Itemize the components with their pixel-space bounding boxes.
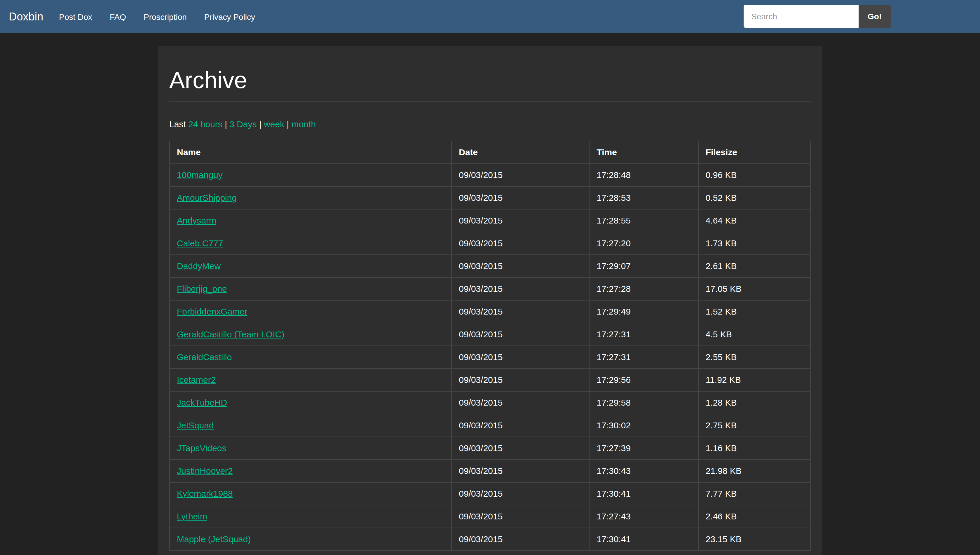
nav-item-post-dox[interactable]: Post Dox	[50, 0, 101, 33]
cell-name: JTapsVideos	[170, 437, 451, 460]
search-form: Go!	[744, 5, 891, 28]
nav-item-faq[interactable]: FAQ	[101, 0, 135, 33]
cell-time: 17:30:41	[589, 528, 698, 551]
filter-link-24-hours[interactable]: 24 hours	[188, 119, 222, 129]
col-header-time: Time	[589, 141, 698, 164]
paste-link[interactable]: Icetamer2	[177, 375, 216, 385]
table-row: 100manguy09/03/201517:28:480.96 KB	[170, 164, 810, 186]
paste-link[interactable]: JustinHoover2	[177, 466, 233, 476]
paste-link[interactable]: Fliberjig_one	[177, 284, 227, 294]
cell-filesize: 0.96 KB	[698, 164, 810, 186]
cell-name: Mapple (JetSquad)	[170, 528, 451, 551]
filter-separator: |	[225, 119, 227, 129]
cell-date: 09/03/2015	[451, 278, 589, 300]
cell-time: 17:30:43	[589, 460, 698, 482]
cell-date: 09/03/2015	[451, 186, 589, 209]
cell-filesize: 1.73 KB	[698, 232, 810, 255]
paste-link[interactable]: DaddyMew	[177, 261, 221, 271]
cell-time: 17:28:53	[589, 186, 698, 209]
cell-filesize: 7.77 KB	[698, 482, 810, 505]
cell-time: 17:29:56	[589, 369, 698, 391]
paste-link[interactable]: Andysarm	[177, 215, 216, 225]
cell-date: 09/03/2015	[451, 232, 589, 255]
table-header-row: Name Date Time Filesize	[170, 141, 810, 164]
paste-link[interactable]: JackTubeHD	[177, 398, 227, 407]
paste-link[interactable]: JetSquad	[177, 420, 214, 430]
filter-prefix: Last	[169, 119, 186, 129]
cell-name: JetSquad	[170, 414, 451, 437]
cell-filesize: 11.92 KB	[698, 369, 810, 391]
filter-separator: |	[287, 119, 289, 129]
cell-date: 09/03/2015	[451, 369, 589, 391]
table-row: AmourShipping09/03/201517:28:530.52 KB	[170, 186, 810, 209]
filter-link-3-days[interactable]: 3 Days	[229, 119, 257, 129]
cell-date: 09/03/2015	[451, 164, 589, 186]
col-header-name: Name	[170, 141, 451, 164]
cell-date: 09/03/2015	[451, 528, 589, 551]
cell-time: 17:29:58	[589, 391, 698, 414]
paste-link[interactable]: Caleb.C777	[177, 238, 223, 248]
paste-link[interactable]: AmourShipping	[177, 192, 237, 202]
paste-link[interactable]: GeraldCastillo (Team LOIC)	[177, 329, 284, 339]
cell-date: 09/03/2015	[451, 391, 589, 414]
paste-link[interactable]: GeraldCastillo	[177, 352, 232, 362]
table-row: GeraldCastillo (Team LOIC)09/03/201517:2…	[170, 323, 810, 346]
page: Doxbin Post Dox FAQ Proscription Privacy…	[0, 0, 980, 555]
cell-name: Lytheim	[170, 505, 451, 528]
search-go-button[interactable]: Go!	[858, 5, 891, 28]
cell-name: DaddyMew	[170, 255, 451, 278]
paste-link[interactable]: JTapsVideos	[177, 443, 226, 453]
cell-name: GeraldCastillo (Team LOIC)	[170, 323, 451, 346]
cell-name: GeraldCastillo	[170, 346, 451, 369]
table-row: ForbiddenxGamer09/03/201517:29:491.52 KB	[170, 300, 810, 323]
cell-filesize: 1.16 KB	[698, 437, 810, 460]
nav-menu: Post Dox FAQ Proscription Privacy Policy	[50, 0, 264, 33]
cell-name: JackTubeHD	[170, 391, 451, 414]
table-row: DaddyMew09/03/201517:29:072.61 KB	[170, 255, 810, 278]
cell-date: 09/03/2015	[451, 482, 589, 505]
table-row: Andysarm09/03/201517:28:554.64 KB	[170, 209, 810, 232]
cell-time: 17:27:31	[589, 346, 698, 369]
cell-time: 17:27:20	[589, 232, 698, 255]
cell-date: 09/03/2015	[451, 346, 589, 369]
cell-filesize: 1.52 KB	[698, 300, 810, 323]
cell-name: Andysarm	[170, 209, 451, 232]
brand-link[interactable]: Doxbin	[9, 10, 43, 23]
cell-filesize: 2.46 KB	[698, 505, 810, 528]
search-input[interactable]	[744, 5, 858, 28]
cell-name: AmourShipping	[170, 186, 451, 209]
cell-date: 09/03/2015	[451, 255, 589, 278]
cell-name: Fliberjig_one	[170, 278, 451, 300]
cell-time: 17:28:55	[589, 209, 698, 232]
filter-separator: |	[259, 119, 261, 129]
cell-name: 100manguy	[170, 164, 451, 186]
cell-date: 09/03/2015	[451, 209, 589, 232]
paste-link[interactable]: Kylemark1988	[177, 488, 233, 498]
page-title: Archive	[169, 67, 811, 93]
cell-date: 09/03/2015	[451, 323, 589, 346]
cell-date: 09/03/2015	[451, 505, 589, 528]
table-row: JackTubeHD09/03/201517:29:581.28 KB	[170, 391, 810, 414]
nav-item-proscription[interactable]: Proscription	[135, 0, 196, 33]
paste-link[interactable]: Lytheim	[177, 511, 207, 521]
cell-name: Caleb.C777	[170, 232, 451, 255]
cell-filesize: 4.64 KB	[698, 209, 810, 232]
paste-link[interactable]: ForbiddenxGamer	[177, 306, 247, 316]
cell-date: 09/03/2015	[451, 300, 589, 323]
nav-item-privacy-policy[interactable]: Privacy Policy	[196, 0, 264, 33]
paste-link[interactable]: Mapple (JetSquad)	[177, 534, 251, 544]
cell-name: ForbiddenxGamer	[170, 300, 451, 323]
cell-time: 17:30:02	[589, 414, 698, 437]
cell-date: 09/03/2015	[451, 460, 589, 482]
table-row: Fliberjig_one09/03/201517:27:2817.05 KB	[170, 278, 810, 300]
filter-link-month[interactable]: month	[292, 119, 316, 129]
cell-filesize: 23.15 KB	[698, 528, 810, 551]
archive-table: Name Date Time Filesize 100manguy09/03/2…	[169, 141, 811, 551]
cell-time: 17:28:48	[589, 164, 698, 186]
cell-time: 17:27:39	[589, 437, 698, 460]
paste-link[interactable]: 100manguy	[177, 170, 223, 180]
cell-time: 17:27:31	[589, 323, 698, 346]
cell-name: JustinHoover2	[170, 460, 451, 482]
filter-link-week[interactable]: week	[264, 119, 284, 129]
cell-date: 09/03/2015	[451, 414, 589, 437]
